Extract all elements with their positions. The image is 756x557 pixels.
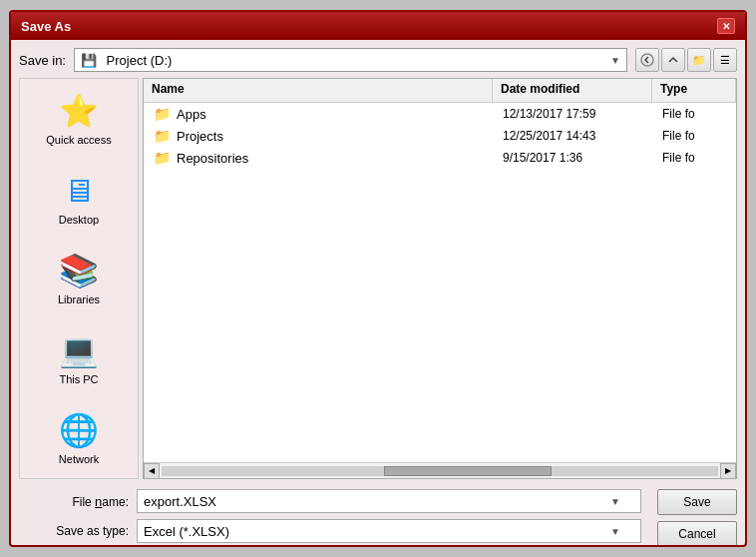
- main-area: ⭐ Quick access 🖥 Desktop 📚 Libraries 💻 T…: [19, 78, 737, 479]
- bottom-area: File name: export.XLSX ▼ Save as type:: [19, 485, 737, 547]
- sidebar-label-desktop: Desktop: [59, 214, 99, 226]
- toolbar-buttons: 📁 ☰: [635, 48, 737, 72]
- file-date-cell: 9/15/2017 1:36: [495, 149, 654, 167]
- file-type-cell: File fo: [654, 127, 734, 145]
- sidebar-item-network[interactable]: 🌐 Network: [20, 398, 138, 478]
- view-menu-button[interactable]: ☰: [713, 48, 737, 72]
- views-icon: ☰: [720, 54, 730, 67]
- save-as-type-label: Save as type:: [19, 524, 129, 538]
- column-header-date[interactable]: Date modified: [493, 79, 652, 102]
- file-type-cell: File fo: [654, 105, 734, 123]
- sidebar-item-libraries[interactable]: 📚 Libraries: [20, 239, 138, 318]
- scroll-track[interactable]: [162, 466, 718, 476]
- horizontal-scrollbar[interactable]: ◀ ▶: [144, 462, 736, 478]
- sidebar-label-network: Network: [59, 453, 99, 465]
- this-pc-icon: 💻: [59, 331, 99, 369]
- sidebar-item-this-pc[interactable]: 💻 This PC: [20, 318, 138, 398]
- up-button[interactable]: [661, 48, 685, 72]
- save-in-dropdown[interactable]: 💾 Project (D:) ▼: [74, 48, 627, 72]
- save-as-type-input[interactable]: Excel (*.XLSX) ▼: [137, 519, 641, 543]
- close-button[interactable]: ✕: [717, 18, 735, 34]
- table-row[interactable]: 📁 Projects 12/25/2017 14:43 File fo: [144, 125, 736, 147]
- star-icon: ⭐: [59, 92, 99, 130]
- save-button[interactable]: Save: [657, 489, 737, 515]
- save-as-dialog: Save As ✕ Save in: 💾 Project (D:) ▼: [9, 10, 747, 547]
- save-as-type-value: Excel (*.XLSX): [144, 524, 229, 539]
- file-name-cell: Projects: [177, 129, 223, 144]
- file-name-input-wrapper: export.XLSX ▼: [137, 489, 641, 513]
- svg-point-0: [641, 54, 653, 66]
- up-icon: [666, 53, 680, 67]
- column-header-type[interactable]: Type: [652, 79, 736, 102]
- save-in-row: Save in: 💾 Project (D:) ▼: [19, 48, 737, 72]
- file-date-cell: 12/13/2017 17:59: [495, 105, 654, 123]
- folder-icon: 📁: [154, 106, 171, 122]
- back-icon: [640, 53, 654, 67]
- dialog-body: Save in: 💾 Project (D:) ▼: [11, 40, 745, 547]
- file-name-row: File name: export.XLSX ▼: [19, 489, 641, 513]
- file-date-cell: 12/25/2017 14:43: [495, 127, 654, 145]
- sidebar-label-libraries: Libraries: [58, 293, 100, 305]
- new-folder-icon: 📁: [692, 54, 706, 67]
- file-name-cell: Apps: [177, 107, 206, 122]
- column-header-name[interactable]: Name: [144, 79, 493, 102]
- file-name-value: export.XLSX: [144, 494, 216, 509]
- folder-icon: 📁: [154, 128, 171, 144]
- save-as-type-input-wrapper: Excel (*.XLSX) ▼: [137, 519, 641, 543]
- cancel-button[interactable]: Cancel: [657, 521, 737, 547]
- sidebar-label-this-pc: This PC: [59, 373, 98, 385]
- scroll-left-button[interactable]: ◀: [144, 463, 160, 479]
- save-in-value: 💾 Project (D:): [81, 53, 172, 68]
- file-name-input[interactable]: export.XLSX ▼: [137, 489, 641, 513]
- file-list-header: Name Date modified Type: [144, 79, 736, 103]
- table-row[interactable]: 📁 Repositories 9/15/2017 1:36 File fo: [144, 147, 736, 169]
- table-row[interactable]: 📁 Apps 12/13/2017 17:59 File fo: [144, 103, 736, 125]
- scroll-right-button[interactable]: ▶: [720, 463, 736, 479]
- title-bar: Save As ✕: [11, 12, 745, 40]
- file-name-cell: Repositories: [177, 151, 248, 166]
- sidebar-item-desktop[interactable]: 🖥 Desktop: [20, 159, 138, 239]
- file-list: 📁 Apps 12/13/2017 17:59 File fo 📁 Projec…: [144, 103, 736, 462]
- new-folder-button[interactable]: 📁: [687, 48, 711, 72]
- dropdown-arrow-icon: ▼: [610, 55, 620, 66]
- file-list-area: Name Date modified Type 📁 Apps 12/13/201…: [143, 78, 737, 479]
- sidebar: ⭐ Quick access 🖥 Desktop 📚 Libraries 💻 T…: [19, 78, 139, 479]
- libraries-icon: 📚: [59, 252, 99, 289]
- save-as-type-row: Save as type: Excel (*.XLSX) ▼: [19, 519, 641, 543]
- file-name-label: File name:: [19, 494, 129, 509]
- sidebar-label-quick-access: Quick access: [46, 134, 111, 146]
- action-buttons: Save Cancel: [657, 489, 737, 547]
- save-as-type-dropdown-arrow: ▼: [610, 526, 620, 537]
- sidebar-item-quick-access[interactable]: ⭐ Quick access: [20, 79, 138, 159]
- file-type-cell: File fo: [654, 149, 734, 167]
- file-name-dropdown-arrow: ▼: [610, 496, 620, 507]
- scroll-thumb[interactable]: [384, 466, 551, 476]
- save-in-label: Save in:: [19, 53, 66, 68]
- back-button[interactable]: [635, 48, 659, 72]
- network-icon: 🌐: [59, 411, 99, 449]
- dialog-title: Save As: [21, 19, 71, 34]
- desktop-icon: 🖥: [63, 173, 95, 210]
- folder-icon: 📁: [154, 150, 171, 166]
